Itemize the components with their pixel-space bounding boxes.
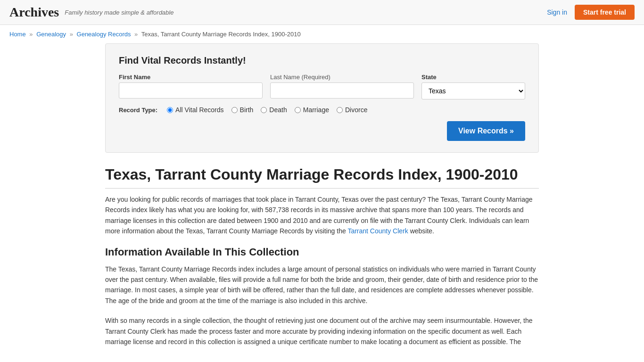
start-trial-button[interactable]: Start free trial — [575, 5, 635, 20]
record-type-divorce[interactable]: Divorce — [337, 106, 367, 114]
search-btn-row: View Records » — [119, 121, 525, 141]
search-box: Find Vital Records Instantly! First Name… — [105, 43, 539, 153]
record-type-death[interactable]: Death — [261, 106, 287, 114]
breadcrumb-home[interactable]: Home — [9, 31, 26, 38]
first-name-input[interactable] — [119, 82, 263, 99]
description-paragraph-1: Are you looking for public records of ma… — [105, 194, 539, 237]
search-fields: First Name Last Name (Required) State Al… — [119, 74, 525, 99]
record-type-row: Record Type: All Vital Records Birth Dea… — [119, 106, 525, 114]
breadcrumb-current: Texas, Tarrant County Marriage Records I… — [141, 31, 301, 38]
radio-divorce[interactable] — [337, 107, 343, 113]
search-box-title: Find Vital Records Instantly! — [119, 55, 525, 66]
first-name-label: First Name — [119, 74, 263, 81]
section-title: Information Available In This Collection — [105, 246, 539, 258]
radio-all-label: All Vital Records — [175, 106, 223, 114]
header-right: Sign in Start free trial — [547, 5, 635, 20]
description-paragraph-3: With so many records in a single collect… — [105, 315, 539, 347]
breadcrumb-sep-1: » — [29, 31, 33, 38]
last-name-label: Last Name (Required) — [270, 74, 414, 81]
sign-in-link[interactable]: Sign in — [547, 8, 567, 16]
last-name-input[interactable] — [270, 82, 414, 99]
record-type-label: Record Type: — [119, 107, 157, 114]
breadcrumb-sep-2: » — [70, 31, 73, 38]
breadcrumb: Home » Genealogy » Genealogy Records » T… — [0, 25, 644, 43]
state-label: State — [421, 74, 525, 81]
tagline: Family history made simple & affordable — [65, 9, 173, 16]
radio-death-label: Death — [269, 106, 287, 114]
record-type-all[interactable]: All Vital Records — [167, 106, 223, 114]
tarrant-county-clerk-link[interactable]: Tarrant County Clerk — [347, 227, 408, 235]
last-name-field-group: Last Name (Required) — [270, 74, 414, 99]
state-select[interactable]: All United States Alabama Alaska Arizona… — [421, 82, 525, 99]
page-title: Texas, Tarrant County Marriage Records I… — [105, 166, 539, 189]
radio-marriage-label: Marriage — [303, 106, 329, 114]
state-field-group: State All United States Alabama Alaska A… — [421, 74, 525, 99]
breadcrumb-genealogy[interactable]: Genealogy — [36, 31, 66, 38]
description-paragraph-2: The Texas, Tarrant County Marriage Recor… — [105, 264, 539, 306]
header: Archives Family history made simple & af… — [0, 0, 644, 25]
radio-death[interactable] — [261, 107, 267, 113]
radio-birth-label: Birth — [240, 106, 254, 114]
main-content: Find Vital Records Instantly! First Name… — [96, 43, 548, 362]
radio-marriage[interactable] — [295, 107, 301, 113]
record-type-marriage[interactable]: Marriage — [295, 106, 329, 114]
record-type-birth[interactable]: Birth — [231, 106, 254, 114]
radio-divorce-label: Divorce — [345, 106, 367, 114]
header-left: Archives Family history made simple & af… — [9, 5, 173, 20]
radio-all[interactable] — [167, 107, 173, 113]
view-records-button[interactable]: View Records » — [447, 121, 525, 141]
breadcrumb-sep-3: » — [134, 31, 138, 38]
first-name-field-group: First Name — [119, 74, 263, 99]
breadcrumb-genealogy-records[interactable]: Genealogy Records — [77, 31, 131, 38]
radio-birth[interactable] — [231, 107, 238, 113]
logo: Archives — [9, 5, 59, 20]
